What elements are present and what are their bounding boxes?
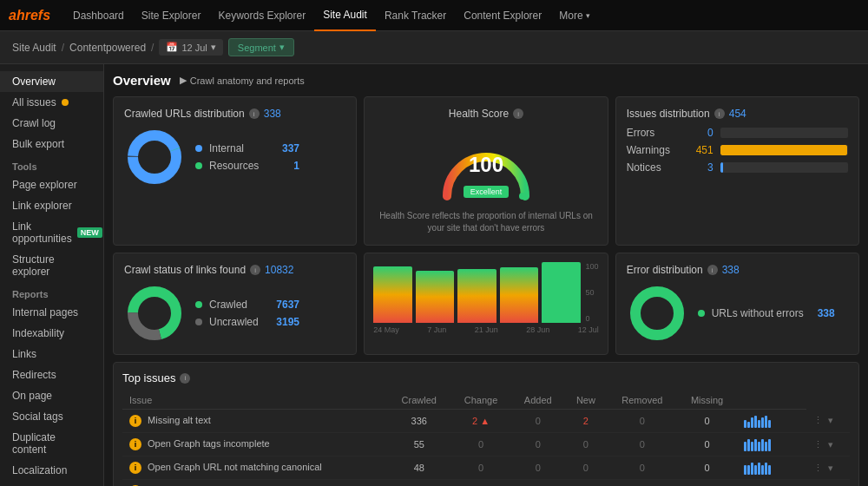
- issues-errors-row: Errors 0: [627, 127, 848, 139]
- legend-dot-internal: [195, 145, 202, 152]
- chevron-down-icon[interactable]: ▾: [828, 463, 833, 474]
- sidebar-item-social-tags[interactable]: Social tags: [0, 406, 103, 427]
- segment-button[interactable]: Segment ▾: [228, 38, 294, 56]
- sidebar-item-links[interactable]: Links: [0, 344, 103, 364]
- sidebar-item-duplicate-content[interactable]: Duplicate content: [0, 427, 103, 460]
- issues-notices-bar: [720, 162, 848, 173]
- crawl-anatomy-link[interactable]: ▶ Crawl anatomy and reports: [180, 75, 305, 86]
- chevron-down-icon: ▾: [586, 11, 590, 20]
- info-icon[interactable]: i: [180, 373, 190, 384]
- mini-bar: [747, 422, 750, 428]
- mini-bar: [765, 416, 767, 428]
- legend-dot-crawled: [195, 301, 202, 308]
- top-grid: Crawled URLs distribution i 338: [113, 96, 859, 246]
- mini-bar: [744, 442, 746, 451]
- legend-dot-no-errors: [698, 310, 705, 317]
- sidebar-item-link-opportunities[interactable]: Link opportunities NEW: [0, 216, 103, 249]
- info-icon[interactable]: i: [250, 265, 260, 275]
- legend-internal: Internal 337: [195, 142, 299, 154]
- sidebar-item-internal-pages[interactable]: Internal pages: [0, 302, 103, 323]
- issue-missing: 0: [677, 456, 736, 480]
- nav-more[interactable]: More ▾: [550, 0, 598, 31]
- mini-bar: [768, 465, 771, 475]
- issue-crawled: 48: [388, 456, 450, 480]
- issue-change: 0: [450, 456, 511, 480]
- error-distribution-legend: URLs without errors 338: [698, 307, 835, 319]
- nav-content-explorer[interactable]: Content Explorer: [455, 0, 550, 31]
- more-icon[interactable]: ⋮: [813, 463, 823, 474]
- sidebar-item-page-explorer[interactable]: Page explorer: [0, 174, 103, 195]
- sparkline: [744, 461, 799, 475]
- sidebar-item-structure-explorer[interactable]: Structure explorer: [0, 249, 103, 282]
- sparkline: [744, 414, 799, 428]
- main-layout: Overview All issues Crawl log Bulk expor…: [0, 64, 868, 486]
- row-actions: ⋮ ▾: [813, 439, 843, 450]
- issue-name: i Slow page: [122, 480, 388, 487]
- chart-y-axis: 100 50 0: [584, 262, 599, 323]
- issue-missing: 0: [677, 433, 736, 456]
- breadcrumb-project[interactable]: Contentpowered: [69, 42, 146, 54]
- issue-change: 0: [450, 433, 511, 456]
- sidebar-item-on-page[interactable]: On page: [0, 385, 103, 406]
- issue-crawled: 55: [388, 433, 450, 456]
- table-row: i Open Graph URL not matching canonical …: [122, 456, 850, 480]
- error-distribution-donut: [627, 283, 687, 344]
- sidebar-item-redirects[interactable]: Redirects: [0, 364, 103, 385]
- issue-icon: i: [129, 438, 141, 450]
- issue-icon: i: [129, 415, 141, 427]
- info-icon[interactable]: i: [707, 265, 718, 275]
- chevron-down-icon[interactable]: ▾: [828, 415, 833, 426]
- issue-new: 0: [564, 456, 607, 480]
- issue-chart: [737, 433, 806, 456]
- nav-rank-tracker[interactable]: Rank Tracker: [376, 0, 455, 31]
- chevron-down-icon[interactable]: ▾: [828, 439, 833, 450]
- sidebar-item-localization[interactable]: Localization: [0, 460, 103, 481]
- info-icon[interactable]: i: [714, 108, 725, 119]
- top-navigation: ahrefs Dashboard Site Explorer Keywords …: [0, 0, 868, 31]
- mini-bar: [758, 442, 760, 451]
- svg-point-1: [133, 135, 176, 179]
- mini-bar: [768, 420, 771, 428]
- chart-bar: [457, 269, 496, 323]
- breadcrumb-date[interactable]: 📅 12 Jul ▾: [159, 39, 222, 56]
- nav-dashboard[interactable]: Dashboard: [64, 0, 133, 31]
- sidebar-item-indexability[interactable]: Indexability: [0, 323, 103, 344]
- more-icon[interactable]: ⋮: [813, 415, 823, 426]
- badge-yellow: [62, 99, 69, 106]
- mini-bar: [754, 465, 757, 475]
- issue-chart: [737, 410, 806, 433]
- sidebar-item-all-issues[interactable]: All issues: [0, 92, 103, 113]
- legend-dot-resources: [195, 162, 202, 169]
- mini-bar: [751, 417, 753, 428]
- issues-warnings-bar: [720, 145, 848, 155]
- col-new: New: [564, 391, 607, 410]
- issues-notices-row: Notices 3: [627, 161, 848, 174]
- sidebar-item-crawl-log[interactable]: Crawl log: [0, 113, 103, 134]
- sidebar-item-overview[interactable]: Overview: [0, 71, 103, 92]
- error-distribution-title: Error distribution i 338: [627, 264, 848, 276]
- sidebar-item-performance[interactable]: Performance: [0, 481, 103, 486]
- nav-site-explorer[interactable]: Site Explorer: [133, 0, 210, 31]
- health-bar-chart: 100 50 0: [372, 262, 600, 323]
- sidebar-item-link-explorer[interactable]: Link explorer: [0, 195, 103, 216]
- issue-removed: 0: [607, 456, 677, 480]
- nav-keywords-explorer[interactable]: Keywords Explorer: [209, 0, 314, 31]
- col-missing: Missing: [677, 391, 736, 410]
- top-issues-card: Top issues i Issue Crawled Change Added …: [113, 362, 859, 486]
- info-icon[interactable]: i: [513, 108, 523, 119]
- issues-distribution-card: Issues distribution i 454 Errors 0 Warni…: [615, 96, 859, 246]
- legend-uncrawled: Uncrawled 3195: [195, 316, 299, 328]
- health-score-card: Health Score i: [364, 96, 608, 246]
- info-icon[interactable]: i: [249, 108, 260, 119]
- sidebar-item-bulk-export[interactable]: Bulk export: [0, 134, 103, 154]
- breadcrumb-site-audit[interactable]: Site Audit: [12, 42, 56, 54]
- issues-distribution-title: Issues distribution i 454: [627, 108, 848, 120]
- legend-crawled: Crawled 7637: [195, 299, 299, 311]
- crawl-status-legend: Crawled 7637 Uncrawled 3195: [195, 299, 299, 328]
- chart-bar: [542, 262, 580, 323]
- gauge-label: Excellent: [464, 186, 510, 198]
- nav-site-audit[interactable]: Site Audit: [314, 0, 376, 31]
- crawled-urls-card: Crawled URLs distribution i 338: [113, 96, 357, 246]
- more-icon[interactable]: ⋮: [813, 439, 823, 450]
- chart-x-labels: 24 May 7 Jun 21 Jun 28 Jun 12 Jul: [372, 325, 600, 334]
